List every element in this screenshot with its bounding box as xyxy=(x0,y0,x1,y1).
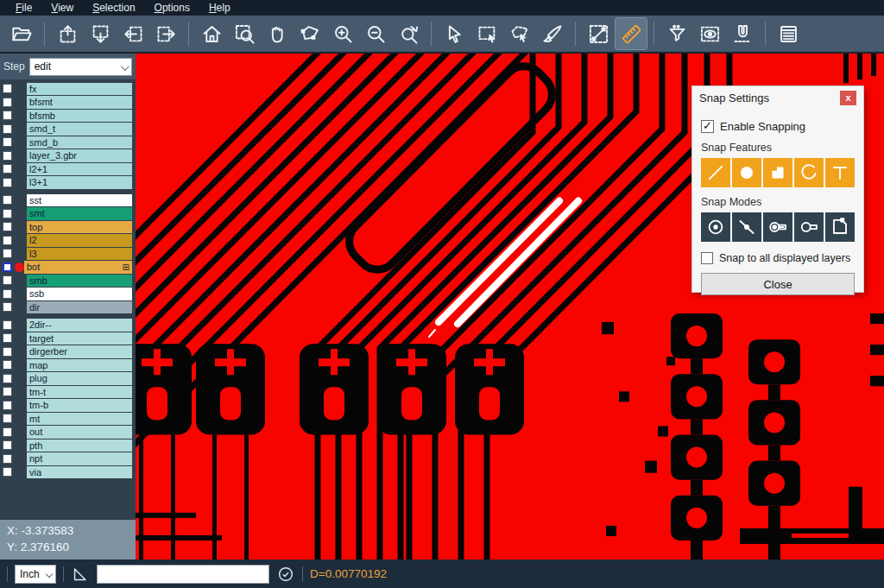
zoom-reset-button[interactable] xyxy=(393,18,424,49)
unit-select[interactable]: Inch xyxy=(15,565,56,584)
layer-row-via[interactable]: via xyxy=(0,465,136,479)
layer-checkbox[interactable] xyxy=(3,111,12,120)
mode-pad-slot-button[interactable] xyxy=(763,212,792,242)
zoom-window-button[interactable] xyxy=(229,18,260,49)
layer-row-smb[interactable]: smb xyxy=(0,274,136,288)
layer-row-sst[interactable]: sst xyxy=(0,193,136,207)
layer-row-tm-b[interactable]: tm-b xyxy=(0,399,136,413)
layer-checkbox[interactable] xyxy=(3,151,12,161)
move-right-button[interactable] xyxy=(150,18,181,49)
layer-checkbox[interactable] xyxy=(3,195,12,205)
layer-row-smd_t[interactable]: smd_t xyxy=(0,123,136,136)
move-down-button[interactable] xyxy=(85,18,116,49)
enable-snapping-checkbox[interactable] xyxy=(701,120,714,133)
layer-checkbox[interactable] xyxy=(3,302,12,312)
home-button[interactable] xyxy=(196,18,227,49)
layer-checkbox[interactable] xyxy=(3,401,12,410)
layer-checkbox[interactable] xyxy=(3,347,12,357)
layer-checkbox[interactable] xyxy=(3,98,12,107)
layer-checkbox[interactable] xyxy=(3,178,12,187)
command-input[interactable] xyxy=(97,565,269,584)
dialog-close-icon[interactable]: x xyxy=(840,91,856,105)
layer-row-top[interactable]: top xyxy=(0,220,136,234)
layer-checkbox[interactable] xyxy=(3,137,12,147)
ruler-button[interactable] xyxy=(616,18,647,49)
snap-surface-button[interactable] xyxy=(763,158,792,187)
snap-text-button[interactable] xyxy=(825,158,855,187)
zoom-polygon-button[interactable] xyxy=(294,18,325,49)
layer-checkbox[interactable] xyxy=(3,333,12,343)
snap-arc-button[interactable] xyxy=(794,158,824,187)
select-rect-button[interactable] xyxy=(471,18,502,49)
filter-button[interactable] xyxy=(661,18,692,49)
close-button[interactable]: Close xyxy=(701,273,855,295)
layer-row-layer_3.gbr[interactable]: layer_3.gbr xyxy=(0,149,136,163)
zoom-in-button[interactable] xyxy=(327,18,358,49)
layer-row-out[interactable]: out xyxy=(0,426,136,439)
select-polygon-button[interactable] xyxy=(504,18,535,49)
snap-pad-button[interactable] xyxy=(732,158,761,187)
layer-row-bot[interactable]: bot⊞ xyxy=(0,261,136,275)
mode-point-button[interactable] xyxy=(732,212,761,242)
layer-row-bfsmb[interactable]: bfsmb xyxy=(0,109,136,123)
move-left-button[interactable] xyxy=(117,18,148,49)
angle-corner-icon[interactable] xyxy=(71,565,90,584)
layer-row-mt[interactable]: mt xyxy=(0,412,136,426)
snap-magnet-button[interactable] xyxy=(727,18,758,49)
select-pointer-button[interactable] xyxy=(439,18,470,49)
layer-checkbox[interactable] xyxy=(3,275,12,285)
mode-center-button[interactable] xyxy=(701,212,730,242)
layer-row-map[interactable]: map xyxy=(0,358,136,372)
layer-row-pth[interactable]: pth xyxy=(0,439,136,452)
display-box-button[interactable] xyxy=(694,18,725,49)
layer-checkbox[interactable] xyxy=(3,222,12,231)
layer-row-npt[interactable]: npt xyxy=(0,452,136,466)
dialog-titlebar[interactable]: Snap Settings x xyxy=(692,86,863,109)
layer-checkbox[interactable] xyxy=(3,360,12,370)
layer-row-l2[interactable]: l2 xyxy=(0,234,136,248)
layer-row-dirgerber[interactable]: dirgerber xyxy=(0,345,136,359)
grid-icon[interactable]: ⊞ xyxy=(123,262,129,272)
layer-row-target[interactable]: target xyxy=(0,332,136,345)
menu-view[interactable]: View xyxy=(42,1,82,15)
all-layers-checkbox[interactable] xyxy=(701,252,713,264)
mode-pad-open-button[interactable] xyxy=(794,212,824,242)
menu-file[interactable]: File xyxy=(7,1,41,15)
menu-selection[interactable]: Selection xyxy=(84,1,143,15)
mode-contour-button[interactable] xyxy=(825,212,855,242)
layer-row-l3[interactable]: l3 xyxy=(0,247,136,261)
layer-row-plug[interactable]: plug xyxy=(0,372,136,386)
layer-checkbox[interactable] xyxy=(3,84,12,93)
layer-checkbox[interactable] xyxy=(3,320,12,330)
layer-checkbox[interactable] xyxy=(3,414,12,423)
layer-checkbox[interactable] xyxy=(3,374,12,383)
open-file-button[interactable] xyxy=(6,18,37,49)
layer-checkbox[interactable] xyxy=(3,209,12,218)
layer-checkbox[interactable] xyxy=(3,289,12,299)
move-up-button[interactable] xyxy=(52,18,83,49)
layer-row-tm-t[interactable]: tm-t xyxy=(0,385,136,399)
layer-row-dir[interactable]: dir xyxy=(0,300,136,314)
menu-help[interactable]: Help xyxy=(200,1,239,15)
measure-line-button[interactable] xyxy=(583,18,614,49)
report-button[interactable] xyxy=(773,18,804,49)
layer-checkbox[interactable] xyxy=(3,440,12,450)
layer-row-l3+1[interactable]: l3+1 xyxy=(0,176,136,190)
layer-checkbox[interactable] xyxy=(3,387,12,396)
layer-checkbox[interactable] xyxy=(3,124,12,134)
layer-checkbox[interactable] xyxy=(3,262,12,272)
menu-options[interactable]: Options xyxy=(146,1,199,15)
sweep-button[interactable] xyxy=(537,18,568,49)
layer-row-2dir--[interactable]: 2dir-- xyxy=(0,319,136,332)
zoom-out-button[interactable] xyxy=(360,18,391,49)
layer-checkbox[interactable] xyxy=(3,467,12,477)
layer-row-bfsmt[interactable]: bfsmt xyxy=(0,96,136,110)
layer-row-smd_b[interactable]: smd_b xyxy=(0,136,136,149)
layer-checkbox[interactable] xyxy=(3,427,12,437)
snap-line-button[interactable] xyxy=(701,158,730,187)
layer-checkbox[interactable] xyxy=(3,164,12,174)
layer-checkbox[interactable] xyxy=(3,249,12,258)
layer-row-fx[interactable]: fx xyxy=(0,82,136,96)
layer-checkbox[interactable] xyxy=(3,236,12,245)
layer-row-smt[interactable]: smt xyxy=(0,207,136,221)
